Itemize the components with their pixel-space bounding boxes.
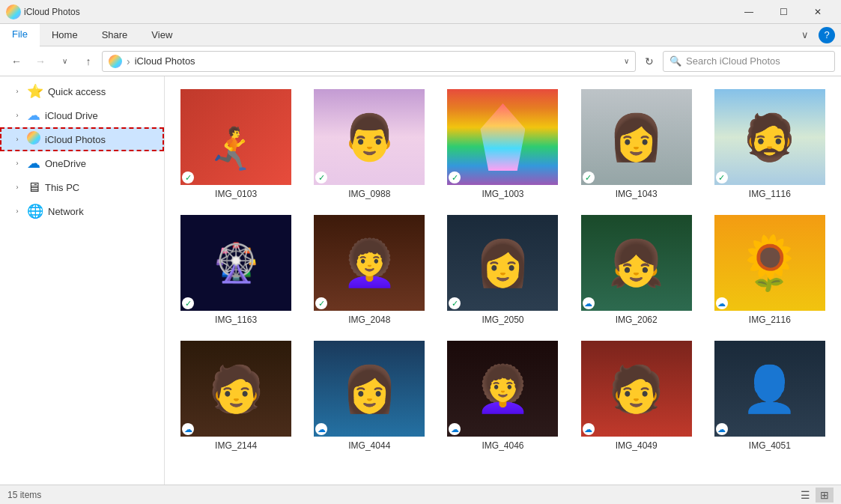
photo-name: IMG_2144 (215, 440, 257, 451)
photo-thumbnail: 👧 ☁ (580, 214, 693, 312)
photo-name: IMG_1116 (749, 189, 791, 199)
expand-icon: › (12, 86, 22, 97)
photo-thumbnail: 🧑 ☁ (180, 340, 292, 437)
expand-icon: › (12, 182, 22, 192)
sidebar-item-icloud-photos[interactable]: › iCloud Photos (0, 127, 164, 151)
sidebar-label: Quick access (48, 86, 106, 97)
title-bar: iCloud Photos — ☐ ✕ (0, 0, 841, 24)
search-icon: 🔍 (670, 55, 681, 67)
path-separator: › (127, 55, 130, 67)
ribbon-tabs: File Home Share View ∨ ? (0, 24, 841, 46)
main-area: › ⭐ Quick access › ☁ iCloud Drive › iClo… (0, 76, 841, 485)
photo-item-img1116[interactable]: 🧔 ✓ IMG_1116 (711, 88, 829, 199)
sidebar-item-this-pc[interactable]: › 🖥 This PC (0, 175, 164, 199)
photo-item-img2116[interactable]: 🌻 ☁ IMG_2116 (711, 214, 829, 325)
window-controls: — ☐ ✕ (732, 0, 835, 24)
photo-thumbnail: 👩‍🦱 ✓ (313, 214, 425, 312)
sidebar-label: iCloud Drive (45, 110, 98, 121)
path-text: iCloud Photos (135, 55, 619, 67)
sync-badge-synced: ✓ (716, 171, 728, 183)
photo-name: IMG_1003 (482, 189, 523, 199)
onedrive-icon: ☁ (27, 155, 40, 171)
status-bar: 15 items ☰ ⊞ (0, 485, 841, 504)
photo-thumbnail: 🏃 ✓ (180, 88, 292, 186)
icloud-drive-icon: ☁ (27, 107, 40, 124)
path-icon (109, 54, 122, 68)
photo-item-img2144[interactable]: 🧑 ☁ IMG_2144 (177, 340, 295, 451)
expand-icon: › (12, 110, 22, 121)
item-count: 15 items (7, 490, 41, 500)
photo-grid: 🏃 ✓ IMG_0103 👨 ✓ IMG_0988 (177, 88, 829, 451)
photo-item-img1003[interactable]: ✓ IMG_1003 (443, 88, 562, 199)
sidebar-item-onedrive[interactable]: › ☁ OneDrive (0, 151, 164, 175)
expand-icon: › (12, 134, 22, 145)
ribbon-collapse-button[interactable]: ∨ (795, 25, 816, 46)
sidebar: › ⭐ Quick access › ☁ iCloud Drive › iClo… (0, 76, 165, 485)
photo-item-img0988[interactable]: 👨 ✓ IMG_0988 (310, 88, 428, 199)
ribbon-right: ∨ ? (795, 25, 841, 46)
photo-item-img4044[interactable]: 👩 ☁ IMG_4044 (310, 340, 428, 451)
search-box[interactable]: 🔍 Search iCloud Photos (663, 51, 835, 72)
sidebar-item-quick-access[interactable]: › ⭐ Quick access (0, 79, 164, 103)
photo-thumbnail: 🌻 ☁ (714, 214, 826, 312)
tab-view[interactable]: View (139, 24, 184, 46)
refresh-button[interactable]: ↻ (639, 51, 660, 72)
sync-badge-cloud: ☁ (716, 297, 728, 309)
sidebar-item-icloud-drive[interactable]: › ☁ iCloud Drive (0, 103, 164, 127)
back-button[interactable]: ← (6, 51, 27, 72)
photo-name: IMG_4051 (749, 440, 791, 451)
path-dropdown-icon: ∨ (624, 57, 629, 65)
tab-share[interactable]: Share (90, 24, 140, 46)
photo-name: IMG_2050 (482, 315, 523, 325)
photo-thumbnail: 👩‍🦱 ☁ (446, 340, 559, 437)
address-path[interactable]: › iCloud Photos ∨ (102, 51, 636, 72)
view-grid-button[interactable]: ⊞ (816, 488, 834, 503)
network-icon: 🌐 (27, 203, 43, 219)
close-button[interactable]: ✕ (801, 0, 835, 24)
quick-access-icon: ⭐ (27, 83, 43, 100)
tab-file[interactable]: File (0, 24, 40, 46)
tab-home[interactable]: Home (40, 24, 90, 46)
photo-thumbnail: 🧑 ☁ (580, 340, 693, 437)
view-list-button[interactable]: ☰ (796, 488, 814, 503)
photo-name: IMG_0988 (348, 189, 390, 199)
sidebar-label: OneDrive (45, 158, 86, 169)
minimize-button[interactable]: — (732, 0, 766, 24)
sync-badge-synced: ✓ (182, 297, 194, 309)
photo-name: IMG_0103 (215, 189, 257, 199)
photo-item-img4046[interactable]: 👩‍🦱 ☁ IMG_4046 (443, 340, 562, 451)
photo-thumbnail: 👤 ☁ (714, 340, 826, 437)
dropdown-button[interactable]: ∨ (54, 51, 75, 72)
photo-item-img2062[interactable]: 👧 ☁ IMG_2062 (577, 214, 696, 325)
photo-thumbnail: 👩 ✓ (580, 88, 693, 186)
photo-thumbnail: 👩 ✓ (446, 214, 559, 312)
view-buttons: ☰ ⊞ (796, 488, 834, 503)
expand-icon: › (12, 206, 22, 216)
photo-name: IMG_2116 (749, 315, 791, 325)
up-button[interactable]: ↑ (78, 51, 99, 72)
sidebar-label: iCloud Photos (45, 134, 106, 145)
photo-name: IMG_2062 (616, 315, 658, 325)
forward-button[interactable]: → (30, 51, 51, 72)
photo-item-img1043[interactable]: 👩 ✓ IMG_1043 (577, 88, 696, 199)
photo-item-img2050[interactable]: 👩 ✓ IMG_2050 (443, 214, 562, 325)
photo-name: IMG_2048 (348, 315, 390, 325)
sync-badge-cloud: ☁ (716, 423, 728, 435)
sync-badge-synced: ✓ (182, 171, 194, 183)
photo-item-img0103[interactable]: 🏃 ✓ IMG_0103 (177, 88, 295, 199)
photo-name: IMG_4049 (616, 440, 658, 451)
sync-badge-cloud: ☁ (182, 423, 194, 435)
ribbon-help-button[interactable]: ? (819, 27, 835, 43)
photo-name: IMG_4044 (348, 440, 390, 451)
expand-icon: › (12, 158, 22, 168)
photo-item-img4049[interactable]: 🧑 ☁ IMG_4049 (577, 340, 696, 451)
content-area: 🏃 ✓ IMG_0103 👨 ✓ IMG_0988 (165, 76, 841, 485)
maximize-button[interactable]: ☐ (766, 0, 801, 24)
photo-item-img2048[interactable]: 👩‍🦱 ✓ IMG_2048 (310, 214, 428, 325)
photo-item-img4051[interactable]: 👤 ☁ IMG_4051 (711, 340, 829, 451)
app-icon (6, 4, 21, 19)
sidebar-item-network[interactable]: › 🌐 Network (0, 199, 164, 223)
sidebar-label: Network (48, 206, 84, 217)
photo-item-img1163[interactable]: 🎡 ✓ IMG_1163 (177, 214, 295, 325)
photo-name: IMG_1043 (616, 189, 658, 199)
